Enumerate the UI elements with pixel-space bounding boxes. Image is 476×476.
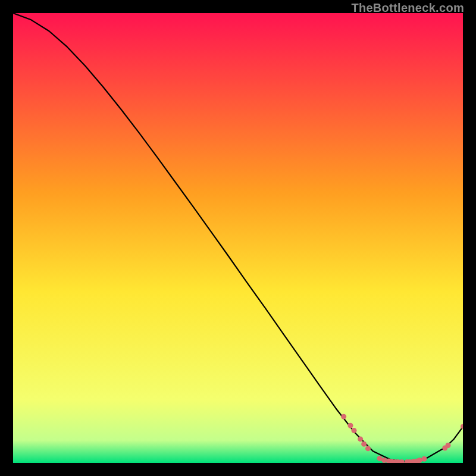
data-marker <box>358 436 363 441</box>
data-marker <box>341 414 346 419</box>
chart-stage: { "attribution": "TheBottleneck.com", "c… <box>0 0 476 476</box>
gradient-background <box>13 13 463 463</box>
attribution-label: TheBottleneck.com <box>351 1 464 15</box>
data-marker <box>421 456 427 462</box>
bottleneck-plot-svg <box>13 13 463 463</box>
data-marker <box>352 428 357 433</box>
data-marker <box>348 423 353 428</box>
data-marker <box>365 446 371 451</box>
data-marker <box>381 458 387 463</box>
data-marker <box>446 443 451 448</box>
data-marker <box>361 441 367 447</box>
